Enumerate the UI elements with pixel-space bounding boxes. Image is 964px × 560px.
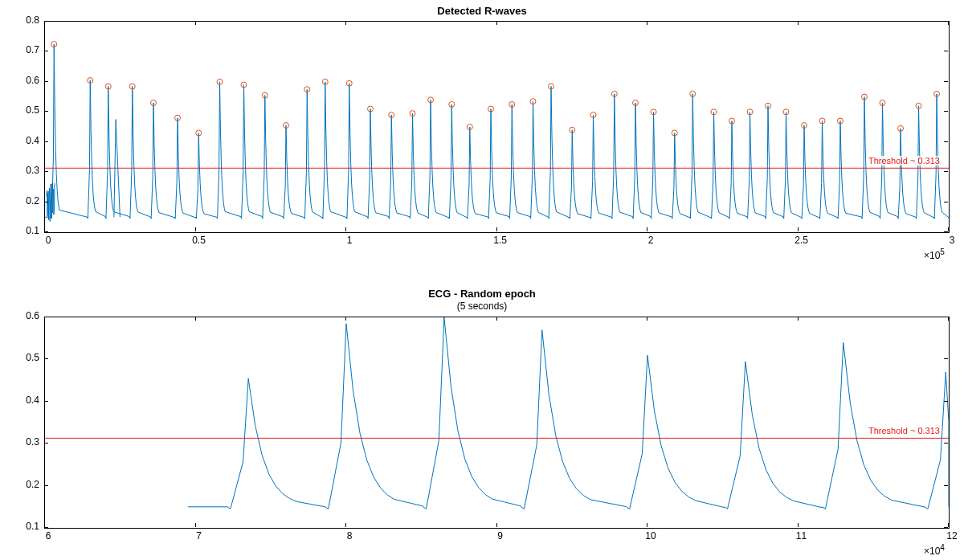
x-tick — [44, 21, 45, 25]
chart-title: Detected R-waves — [0, 5, 964, 17]
x-tick — [496, 317, 497, 321]
x-tick — [798, 21, 799, 25]
x-tick-label: 9 — [488, 530, 513, 542]
y-tick-label: 0.2 — [26, 195, 39, 206]
x-tick — [44, 523, 45, 527]
y-tick — [44, 231, 48, 232]
y-tick — [44, 401, 48, 402]
y-tick-label: 0.5 — [26, 104, 39, 116]
plot-svg — [45, 22, 949, 232]
y-tick — [44, 485, 48, 486]
x-tick-label: 11 — [790, 530, 814, 542]
threshold-label: Threshold ~ 0.313 — [868, 156, 941, 166]
y-tick — [44, 527, 48, 528]
y-tick-label: 0.4 — [26, 394, 39, 406]
x-tick — [345, 227, 346, 231]
x-tick — [647, 227, 647, 231]
y-tick — [44, 171, 48, 172]
y-tick-label: 0.2 — [26, 479, 39, 490]
y-tick — [44, 111, 48, 112]
x-tick-label: 10 — [639, 530, 663, 542]
x-tick — [345, 21, 346, 25]
y-tick-label: 0.5 — [26, 352, 39, 363]
x-tick — [948, 227, 949, 231]
x-tick-label: 1 — [337, 235, 362, 246]
y-tick — [44, 141, 48, 142]
x-tick-label: 12 — [940, 530, 964, 542]
x-tick-label: 2 — [639, 235, 663, 246]
plot-area — [44, 317, 950, 529]
x-tick-label: 1.5 — [488, 235, 513, 246]
x-tick — [496, 523, 497, 527]
x-tick — [496, 227, 497, 231]
x-tick — [44, 227, 45, 231]
x-tick — [647, 317, 647, 321]
x-tick-label: 3 — [940, 235, 964, 246]
x-tick — [195, 317, 196, 321]
y-tick — [44, 81, 48, 82]
x-tick — [496, 21, 497, 25]
y-tick — [44, 443, 48, 444]
x-tick-label: 6 — [36, 530, 60, 542]
chart-subtitle: (5 seconds) — [0, 300, 964, 312]
plot-svg — [45, 317, 949, 528]
x-tick — [948, 21, 949, 25]
signal-line — [188, 317, 949, 509]
threshold-label: Threshold ~ 0.313 — [868, 426, 941, 435]
x-tick-label: 2.5 — [790, 235, 814, 246]
x-tick — [798, 317, 799, 321]
x-tick — [195, 227, 196, 231]
y-tick — [44, 358, 48, 359]
y-tick — [944, 527, 948, 528]
y-tick — [944, 358, 948, 359]
y-tick — [944, 111, 948, 112]
y-tick — [944, 231, 948, 232]
y-tick — [944, 171, 948, 172]
x-tick — [948, 317, 949, 321]
x-exponent-label: ×105 — [924, 247, 945, 261]
x-tick — [345, 317, 346, 321]
x-tick — [195, 523, 196, 527]
x-exponent-label: ×104 — [924, 543, 945, 557]
x-tick — [345, 523, 346, 527]
y-tick — [44, 202, 48, 202]
y-tick — [944, 401, 948, 402]
y-tick-label: 0.8 — [26, 14, 39, 26]
y-tick — [944, 141, 948, 142]
chart-title: ECG - Random epoch — [0, 288, 964, 300]
signal-line — [45, 44, 949, 219]
x-tick — [647, 523, 647, 527]
y-tick — [944, 81, 948, 82]
x-tick-label: 7 — [187, 530, 211, 542]
y-tick-label: 0.3 — [26, 436, 39, 448]
x-tick — [948, 523, 949, 527]
y-tick-label: 0.6 — [26, 75, 39, 86]
x-tick-label: 8 — [337, 530, 362, 542]
y-tick — [944, 202, 948, 202]
plot-area — [44, 21, 950, 233]
y-tick-label: 0.4 — [26, 135, 39, 146]
x-tick — [195, 21, 196, 25]
x-tick-label: 0.5 — [187, 235, 211, 246]
y-tick — [944, 443, 948, 444]
y-tick-label: 0.7 — [26, 44, 39, 55]
y-tick-label: 0.3 — [26, 165, 39, 176]
x-tick — [798, 523, 799, 527]
x-tick-label: 0 — [36, 235, 60, 246]
x-tick — [647, 21, 647, 25]
y-tick — [44, 51, 48, 51]
x-tick — [798, 227, 799, 231]
y-tick-label: 0.6 — [26, 310, 39, 321]
x-tick — [44, 317, 45, 321]
y-tick — [944, 485, 948, 486]
y-tick — [944, 51, 948, 51]
